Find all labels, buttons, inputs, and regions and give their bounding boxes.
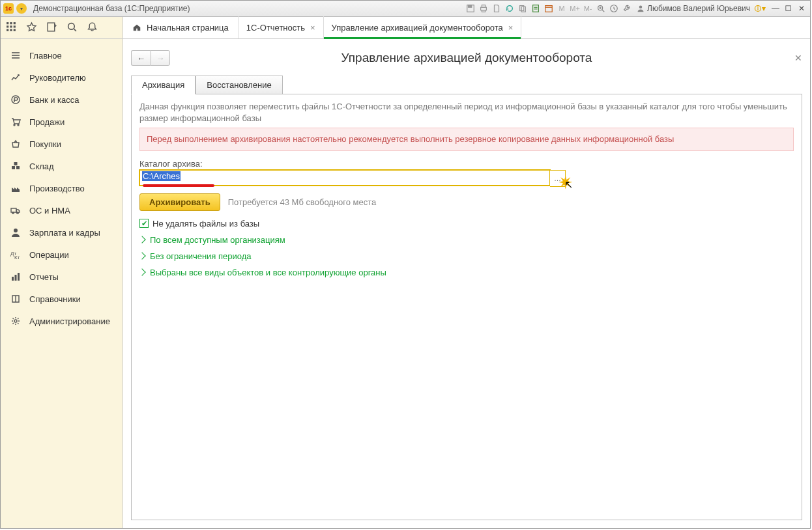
sidebar-item-label: Отчеты [29, 272, 59, 282]
memory-m-button[interactable]: M [556, 3, 568, 14]
user-name-label: Любимов Валерий Юрьевич [647, 4, 750, 13]
catalog-label: Каталог архива: [139, 159, 794, 169]
browse-button[interactable]: … ✷ ↖ [550, 170, 566, 187]
save-icon[interactable] [465, 3, 476, 14]
favorites-star-icon[interactable] [26, 21, 37, 35]
memory-mplus-button[interactable]: M+ [569, 3, 581, 14]
minimize-button[interactable]: — [770, 3, 781, 14]
app-menu-dropdown[interactable]: ▾ [16, 3, 27, 14]
svg-rect-3 [482, 5, 485, 8]
document-icon[interactable] [491, 3, 502, 14]
inner-tab-archive[interactable]: Архивация [131, 76, 196, 94]
sidebar-item-label: Руководителю [29, 73, 86, 83]
expand-link[interactable]: Выбраны все виды объектов и все контроли… [139, 268, 794, 277]
factory-icon [10, 182, 22, 194]
sidebar: ГлавноеРуководителюБанк и кассаПродажиПо… [1, 17, 123, 528]
sidebar-item-label: Администрирование [29, 316, 110, 326]
sidebar-item-book[interactable]: Справочники [1, 288, 123, 310]
catalog-path-input[interactable]: C:\Arches [139, 170, 550, 186]
window-title: Демонстрационная база (1С:Предприятие) [33, 4, 190, 13]
history-icon[interactable] [46, 21, 57, 35]
svg-rect-31 [48, 23, 55, 31]
apps-grid-icon[interactable] [6, 21, 17, 35]
sidebar-item-chart[interactable]: Руководителю [1, 66, 123, 89]
svg-point-32 [68, 23, 75, 29]
app-logo-icon: 1c [3, 3, 14, 14]
close-tab-icon[interactable]: × [310, 23, 315, 33]
nav-list: ГлавноеРуководителюБанк и кассаПродажиПо… [1, 39, 123, 528]
svg-rect-28 [7, 29, 8, 31]
checkbox-checked-icon[interactable]: ✔ [139, 219, 149, 228]
calculator-icon[interactable] [530, 3, 542, 14]
svg-rect-2 [481, 7, 487, 10]
bars-icon [10, 271, 22, 283]
cart-icon [10, 116, 22, 128]
svg-rect-41 [16, 166, 20, 169]
maximize-button[interactable] [783, 3, 794, 14]
sidebar-item-ruble[interactable]: Банк и касса [1, 89, 123, 111]
sidebar-item-bars[interactable]: Отчеты [1, 266, 123, 288]
svg-point-20 [758, 7, 759, 7]
sidebar-item-cart[interactable]: Продажи [1, 111, 123, 133]
sidebar-item-boxes[interactable]: Склад [1, 155, 123, 177]
svg-rect-40 [12, 166, 15, 169]
warning-box: Перед выполнением архивирования настояте… [139, 128, 794, 151]
expand-link[interactable]: Без ограничения периода [139, 251, 794, 261]
keep-files-checkbox-row[interactable]: ✔ Не удалять файлы из базы [139, 219, 794, 229]
svg-point-37 [12, 96, 20, 104]
sidebar-item-label: Производство [29, 184, 85, 193]
close-tab-icon[interactable]: × [508, 23, 514, 33]
svg-point-44 [12, 212, 14, 214]
close-button[interactable]: ✕ [796, 3, 807, 14]
refresh-icon[interactable] [504, 3, 515, 14]
svg-rect-51 [18, 273, 20, 281]
svg-rect-42 [14, 162, 18, 165]
sidebar-item-ops[interactable]: ДтКтОперации [1, 244, 123, 266]
bell-icon[interactable] [87, 21, 98, 35]
print-icon[interactable] [478, 3, 489, 14]
sidebar-item-person[interactable]: Зарплата и кадры [1, 221, 123, 244]
expand-link[interactable]: По всем доступным организациям [139, 235, 794, 245]
sidebar-item-factory[interactable]: Производство [1, 177, 123, 199]
sidebar-item-menu[interactable]: Главное [1, 44, 123, 66]
calendar-icon[interactable] [543, 3, 555, 14]
svg-rect-22 [7, 22, 8, 24]
svg-rect-26 [10, 25, 12, 27]
svg-rect-43 [11, 208, 16, 212]
page-close-button[interactable]: ✕ [794, 53, 802, 63]
copy-icon[interactable] [517, 3, 529, 14]
tab-label: 1С-Отчетность [246, 23, 305, 33]
svg-line-13 [602, 10, 605, 12]
menu-icon [10, 49, 22, 61]
sidebar-item-basket[interactable]: Покупки [1, 133, 123, 155]
main-area: Начальная страница 1С-Отчетность × Управ… [123, 17, 810, 528]
svg-rect-23 [10, 22, 12, 24]
chart-icon [10, 72, 22, 83]
zoom-icon[interactable] [595, 3, 607, 14]
tab-home[interactable]: Начальная страница [123, 16, 239, 38]
clock-icon[interactable] [608, 3, 620, 14]
book-icon [10, 293, 22, 305]
current-user[interactable]: Любимов Валерий Юрьевич [634, 4, 753, 13]
svg-rect-50 [15, 275, 17, 281]
tab-archive-management[interactable]: Управление архивацией документооборота × [324, 16, 522, 38]
title-bar: 1c ▾ Демонстрационная база (1С:Предприят… [1, 1, 810, 17]
sidebar-item-gear[interactable]: Администрирование [1, 310, 123, 332]
inner-tab-restore[interactable]: Восстановление [196, 76, 282, 94]
wrench-icon[interactable] [621, 3, 633, 14]
tab-1c-reporting[interactable]: 1С-Отчетность × [239, 16, 324, 38]
chevron-right-icon [138, 268, 145, 275]
svg-point-46 [14, 229, 18, 232]
sidebar-item-label: Покупки [29, 139, 61, 149]
sidebar-item-truck[interactable]: ОС и НМА [1, 199, 123, 221]
nav-back-button[interactable]: ← [131, 50, 151, 66]
memory-mminus-button[interactable]: M- [582, 3, 594, 14]
info-icon[interactable]: ▾ [754, 3, 766, 14]
truck-icon [10, 204, 22, 216]
boxes-icon [10, 160, 22, 172]
search-icon[interactable] [66, 21, 78, 35]
svg-point-52 [14, 320, 17, 322]
nav-forward-button: → [151, 50, 170, 66]
tab-home-label: Начальная страница [147, 23, 229, 33]
archive-button[interactable]: Архивировать [139, 193, 220, 211]
